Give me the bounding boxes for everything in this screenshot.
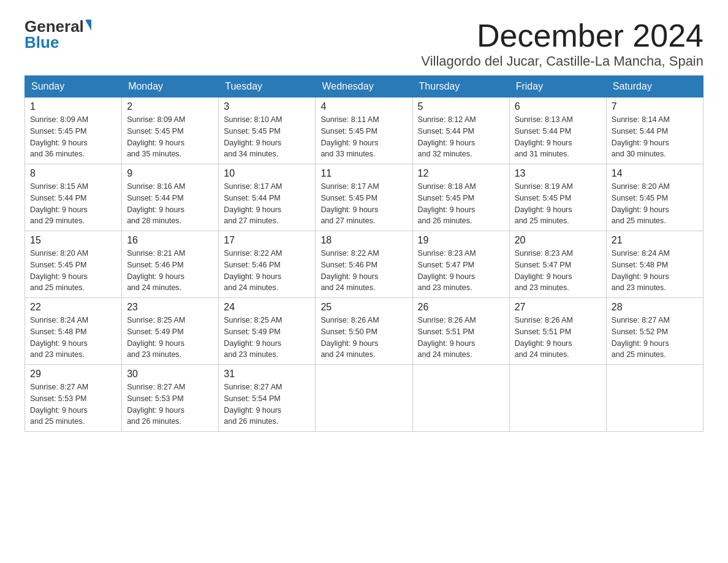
logo-general-text: General <box>25 18 84 34</box>
day-info: Sunrise: 8:27 AM Sunset: 5:54 PM Dayligh… <box>224 381 310 427</box>
calendar-cell: 12 Sunrise: 8:18 AM Sunset: 5:45 PM Dayl… <box>412 164 509 231</box>
day-number: 30 <box>127 369 213 380</box>
day-info: Sunrise: 8:11 AM Sunset: 5:45 PM Dayligh… <box>320 114 407 160</box>
day-info: Sunrise: 8:23 AM Sunset: 5:47 PM Dayligh… <box>515 248 601 294</box>
calendar-cell: 18 Sunrise: 8:22 AM Sunset: 5:46 PM Dayl… <box>316 231 412 298</box>
calendar-cell: 19 Sunrise: 8:23 AM Sunset: 5:47 PM Dayl… <box>412 231 509 298</box>
day-number: 28 <box>612 302 698 313</box>
calendar-cell <box>509 365 606 432</box>
weekday-header-saturday: Saturday <box>606 76 703 98</box>
day-number: 11 <box>320 168 407 179</box>
weekday-header-thursday: Thursday <box>412 76 509 98</box>
day-info: Sunrise: 8:17 AM Sunset: 5:45 PM Dayligh… <box>320 181 407 227</box>
day-info: Sunrise: 8:15 AM Sunset: 5:44 PM Dayligh… <box>30 181 116 227</box>
day-info: Sunrise: 8:27 AM Sunset: 5:53 PM Dayligh… <box>30 381 116 427</box>
day-number: 16 <box>127 235 213 246</box>
day-number: 12 <box>418 168 504 179</box>
logo: General Blue <box>25 18 91 50</box>
day-info: Sunrise: 8:20 AM Sunset: 5:45 PM Dayligh… <box>612 181 698 227</box>
day-number: 29 <box>30 369 116 380</box>
day-info: Sunrise: 8:20 AM Sunset: 5:45 PM Dayligh… <box>30 248 116 294</box>
day-info: Sunrise: 8:23 AM Sunset: 5:47 PM Dayligh… <box>418 248 504 294</box>
calendar-cell: 14 Sunrise: 8:20 AM Sunset: 5:45 PM Dayl… <box>606 164 703 231</box>
day-info: Sunrise: 8:14 AM Sunset: 5:44 PM Dayligh… <box>612 114 698 160</box>
calendar-cell: 27 Sunrise: 8:26 AM Sunset: 5:51 PM Dayl… <box>509 298 606 365</box>
day-info: Sunrise: 8:25 AM Sunset: 5:49 PM Dayligh… <box>127 315 213 361</box>
calendar-cell <box>316 365 412 432</box>
day-number: 19 <box>418 235 504 246</box>
calendar-cell: 23 Sunrise: 8:25 AM Sunset: 5:49 PM Dayl… <box>122 298 219 365</box>
calendar-cell <box>412 365 509 432</box>
day-number: 8 <box>30 168 116 179</box>
day-info: Sunrise: 8:24 AM Sunset: 5:48 PM Dayligh… <box>612 248 698 294</box>
day-info: Sunrise: 8:13 AM Sunset: 5:44 PM Dayligh… <box>515 114 601 160</box>
day-info: Sunrise: 8:10 AM Sunset: 5:45 PM Dayligh… <box>224 114 310 160</box>
day-info: Sunrise: 8:27 AM Sunset: 5:53 PM Dayligh… <box>127 381 213 427</box>
calendar-table: SundayMondayTuesdayWednesdayThursdayFrid… <box>25 75 703 432</box>
day-info: Sunrise: 8:26 AM Sunset: 5:50 PM Dayligh… <box>320 315 407 361</box>
location-title: Villagordo del Jucar, Castille-La Mancha… <box>421 53 703 69</box>
calendar-week-row: 29 Sunrise: 8:27 AM Sunset: 5:53 PM Dayl… <box>25 365 703 432</box>
day-number: 24 <box>224 302 310 313</box>
calendar-header-row: SundayMondayTuesdayWednesdayThursdayFrid… <box>25 76 703 98</box>
calendar-cell: 13 Sunrise: 8:19 AM Sunset: 5:45 PM Dayl… <box>509 164 606 231</box>
weekday-header-monday: Monday <box>122 76 219 98</box>
weekday-header-sunday: Sunday <box>25 76 122 98</box>
calendar-cell: 4 Sunrise: 8:11 AM Sunset: 5:45 PM Dayli… <box>316 98 412 164</box>
calendar-cell: 3 Sunrise: 8:10 AM Sunset: 5:45 PM Dayli… <box>219 98 316 164</box>
day-info: Sunrise: 8:22 AM Sunset: 5:46 PM Dayligh… <box>224 248 310 294</box>
day-number: 15 <box>30 235 116 246</box>
day-number: 14 <box>612 168 698 179</box>
calendar-cell: 17 Sunrise: 8:22 AM Sunset: 5:46 PM Dayl… <box>219 231 316 298</box>
day-number: 4 <box>320 101 407 112</box>
calendar-cell: 15 Sunrise: 8:20 AM Sunset: 5:45 PM Dayl… <box>25 231 122 298</box>
day-info: Sunrise: 8:09 AM Sunset: 5:45 PM Dayligh… <box>30 114 116 160</box>
day-info: Sunrise: 8:17 AM Sunset: 5:44 PM Dayligh… <box>224 181 310 227</box>
day-number: 9 <box>127 168 213 179</box>
calendar-cell: 10 Sunrise: 8:17 AM Sunset: 5:44 PM Dayl… <box>219 164 316 231</box>
day-info: Sunrise: 8:09 AM Sunset: 5:45 PM Dayligh… <box>127 114 213 160</box>
calendar-cell: 28 Sunrise: 8:27 AM Sunset: 5:52 PM Dayl… <box>606 298 703 365</box>
day-number: 27 <box>515 302 601 313</box>
day-info: Sunrise: 8:12 AM Sunset: 5:44 PM Dayligh… <box>418 114 504 160</box>
day-number: 10 <box>224 168 310 179</box>
calendar-cell <box>606 365 703 432</box>
day-number: 5 <box>418 101 504 112</box>
calendar-cell: 26 Sunrise: 8:26 AM Sunset: 5:51 PM Dayl… <box>412 298 509 365</box>
day-number: 2 <box>127 101 213 112</box>
day-number: 17 <box>224 235 310 246</box>
day-number: 1 <box>30 101 116 112</box>
calendar-cell: 7 Sunrise: 8:14 AM Sunset: 5:44 PM Dayli… <box>606 98 703 164</box>
day-info: Sunrise: 8:26 AM Sunset: 5:51 PM Dayligh… <box>418 315 504 361</box>
calendar-cell: 1 Sunrise: 8:09 AM Sunset: 5:45 PM Dayli… <box>25 98 122 164</box>
day-info: Sunrise: 8:21 AM Sunset: 5:46 PM Dayligh… <box>127 248 213 294</box>
weekday-header-friday: Friday <box>509 76 606 98</box>
day-info: Sunrise: 8:24 AM Sunset: 5:48 PM Dayligh… <box>30 315 116 361</box>
calendar-cell: 9 Sunrise: 8:16 AM Sunset: 5:44 PM Dayli… <box>122 164 219 231</box>
calendar-week-row: 15 Sunrise: 8:20 AM Sunset: 5:45 PM Dayl… <box>25 231 703 298</box>
logo-triangle-icon <box>85 20 91 31</box>
calendar-cell: 29 Sunrise: 8:27 AM Sunset: 5:53 PM Dayl… <box>25 365 122 432</box>
day-number: 13 <box>515 168 601 179</box>
calendar-cell: 2 Sunrise: 8:09 AM Sunset: 5:45 PM Dayli… <box>122 98 219 164</box>
calendar-cell: 11 Sunrise: 8:17 AM Sunset: 5:45 PM Dayl… <box>316 164 412 231</box>
logo-blue-text: Blue <box>25 34 59 50</box>
calendar-cell: 16 Sunrise: 8:21 AM Sunset: 5:46 PM Dayl… <box>122 231 219 298</box>
calendar-week-row: 8 Sunrise: 8:15 AM Sunset: 5:44 PM Dayli… <box>25 164 703 231</box>
month-title: December 2024 <box>421 18 703 53</box>
day-number: 20 <box>515 235 601 246</box>
page-header: General Blue December 2024 Villagordo de… <box>25 18 703 69</box>
day-number: 21 <box>612 235 698 246</box>
title-block: December 2024 Villagordo del Jucar, Cast… <box>421 18 703 69</box>
day-number: 18 <box>320 235 407 246</box>
calendar-week-row: 22 Sunrise: 8:24 AM Sunset: 5:48 PM Dayl… <box>25 298 703 365</box>
calendar-cell: 25 Sunrise: 8:26 AM Sunset: 5:50 PM Dayl… <box>316 298 412 365</box>
day-number: 7 <box>612 101 698 112</box>
day-number: 31 <box>224 369 310 380</box>
calendar-cell: 21 Sunrise: 8:24 AM Sunset: 5:48 PM Dayl… <box>606 231 703 298</box>
calendar-cell: 6 Sunrise: 8:13 AM Sunset: 5:44 PM Dayli… <box>509 98 606 164</box>
day-number: 22 <box>30 302 116 313</box>
day-number: 25 <box>320 302 407 313</box>
calendar-cell: 8 Sunrise: 8:15 AM Sunset: 5:44 PM Dayli… <box>25 164 122 231</box>
day-info: Sunrise: 8:16 AM Sunset: 5:44 PM Dayligh… <box>127 181 213 227</box>
